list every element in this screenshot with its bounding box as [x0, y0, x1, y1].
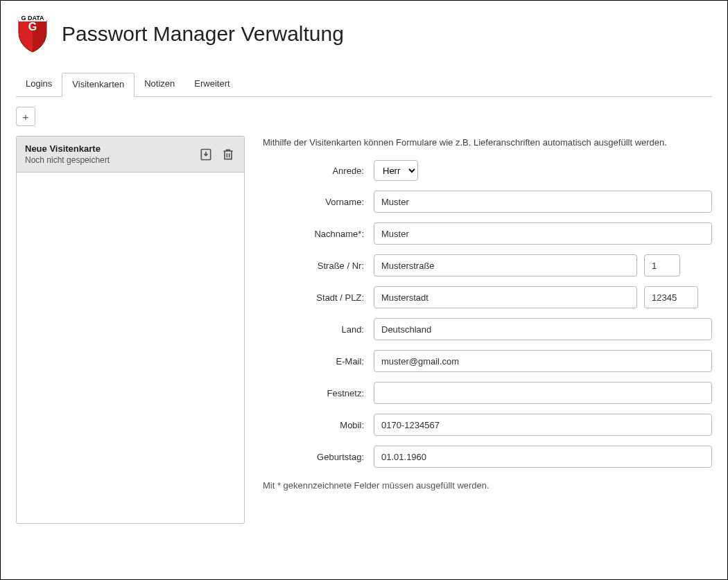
- label-mobil: Mobil:: [263, 420, 374, 430]
- input-plz[interactable]: [644, 286, 698, 308]
- card-list-item[interactable]: Neue Visitenkarte Noch nicht gespeichert: [17, 137, 244, 173]
- card-item-actions: [198, 147, 236, 162]
- input-land[interactable]: [374, 318, 712, 340]
- header: G G DATA Passwort Manager Verwaltung: [16, 15, 712, 53]
- label-geburtstag: Geburtstag:: [263, 452, 374, 462]
- tab-bar: Logins Visitenkarten Notizen Erweitert: [16, 73, 712, 97]
- svg-text:G DATA: G DATA: [21, 15, 44, 21]
- save-icon[interactable]: [198, 147, 214, 162]
- label-vorname: Vorname:: [263, 197, 374, 207]
- input-festnetz[interactable]: [374, 382, 712, 404]
- add-button[interactable]: +: [16, 107, 35, 126]
- svg-text:G: G: [28, 21, 37, 33]
- input-vorname[interactable]: [374, 191, 712, 213]
- sidebar: Neue Visitenkarte Noch nicht gespeichert: [16, 136, 245, 524]
- card-item-title: Neue Visitenkarte: [25, 143, 110, 154]
- input-geburtstag[interactable]: [374, 446, 712, 468]
- input-strasse[interactable]: [374, 254, 637, 276]
- label-strasse: Straße / Nr:: [263, 261, 374, 271]
- gdata-logo: G G DATA: [16, 15, 49, 53]
- label-stadt: Stadt / PLZ:: [263, 292, 374, 303]
- label-land: Land:: [263, 324, 374, 335]
- form-area: Mithilfe der Visitenkarten können Formul…: [263, 136, 712, 524]
- label-email: E-Mail:: [263, 356, 374, 367]
- input-email[interactable]: [374, 350, 712, 372]
- card-item-subtitle: Noch nicht gespeichert: [25, 155, 110, 165]
- label-anrede: Anrede:: [263, 166, 374, 176]
- tab-visitenkarten[interactable]: Visitenkarten: [62, 73, 135, 97]
- select-anrede[interactable]: Herr: [374, 160, 418, 181]
- input-nachname[interactable]: [374, 222, 712, 245]
- label-nachname: Nachname*:: [263, 229, 374, 239]
- delete-icon[interactable]: [220, 147, 236, 162]
- tab-erweitert[interactable]: Erweitert: [184, 73, 239, 96]
- input-stadt[interactable]: [374, 286, 637, 308]
- content: Neue Visitenkarte Noch nicht gespeichert: [16, 136, 712, 524]
- help-text: Mithilfe der Visitenkarten können Formul…: [263, 137, 712, 148]
- required-footnote: Mit * gekennzeichnete Felder müssen ausg…: [263, 480, 712, 491]
- app-window: G G DATA Passwort Manager Verwaltung Log…: [0, 0, 728, 580]
- card-list: Neue Visitenkarte Noch nicht gespeichert: [16, 136, 245, 524]
- page-title: Passwort Manager Verwaltung: [62, 22, 344, 46]
- input-hausnr[interactable]: [644, 254, 680, 276]
- tab-logins[interactable]: Logins: [16, 73, 62, 96]
- input-mobil[interactable]: [374, 414, 712, 436]
- label-festnetz: Festnetz:: [263, 388, 374, 398]
- card-list-item-text: Neue Visitenkarte Noch nicht gespeichert: [25, 143, 110, 165]
- tab-notizen[interactable]: Notizen: [135, 73, 184, 96]
